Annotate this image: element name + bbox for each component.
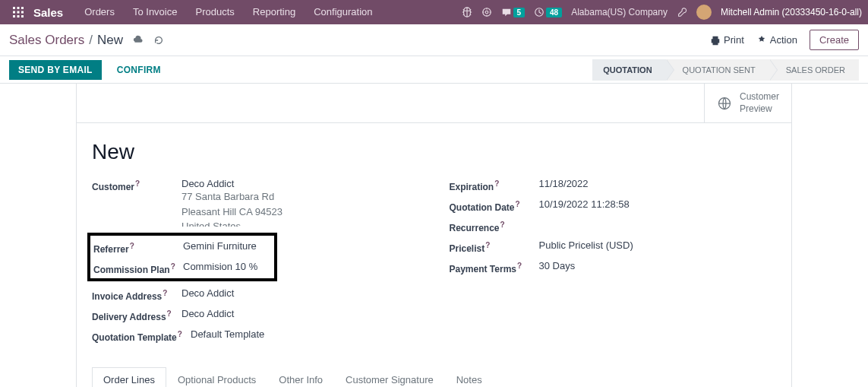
status-bar: SEND BY EMAIL CONFIRM QUOTATION QUOTATIO… xyxy=(0,56,868,84)
svg-point-10 xyxy=(485,11,488,14)
breadcrumb-sep: / xyxy=(89,33,93,48)
svg-rect-7 xyxy=(17,15,20,17)
invoice-address-field[interactable]: Deco Addict xyxy=(181,287,419,299)
globe-icon xyxy=(717,96,732,111)
create-button[interactable]: Create xyxy=(810,30,859,50)
tab-customer-signature[interactable]: Customer Signature xyxy=(334,367,445,387)
address-line: United States xyxy=(181,219,419,227)
svg-rect-4 xyxy=(17,11,20,14)
breadcrumb: Sales Orders / New xyxy=(9,33,166,48)
recurrence-label: Recurrence? xyxy=(450,219,539,233)
apps-icon[interactable] xyxy=(6,7,30,17)
top-navbar: Sales Orders To Invoice Products Reporti… xyxy=(0,0,868,24)
send-by-email-button[interactable]: SEND BY EMAIL xyxy=(9,60,102,80)
pricelist-label: Pricelist? xyxy=(450,239,539,254)
invoice-address-label: Invoice Address? xyxy=(92,287,181,302)
pricelist-field[interactable]: Public Pricelist (USD) xyxy=(539,239,777,251)
customer-label: Customer? xyxy=(92,178,181,192)
messages-badge: 5 xyxy=(513,8,526,17)
quotation-template-field[interactable]: Default Template xyxy=(191,328,419,340)
nav-configuration[interactable]: Configuration xyxy=(305,0,381,24)
tab-order-lines[interactable]: Order Lines xyxy=(92,367,166,387)
breadcrumb-current: New xyxy=(97,33,123,48)
print-button[interactable]: Print xyxy=(710,34,744,46)
highlight-overlay: Referrer? Gemini Furniture Commission Pl… xyxy=(87,233,277,281)
page-title: New xyxy=(92,140,776,164)
tools-icon[interactable] xyxy=(677,7,687,17)
commission-plan-field[interactable]: Commision 10 % xyxy=(183,261,271,272)
svg-rect-3 xyxy=(13,11,15,14)
app-brand[interactable]: Sales xyxy=(30,6,75,19)
confirm-button[interactable]: CONFIRM xyxy=(108,60,170,80)
action-label: Action xyxy=(770,34,797,46)
svg-rect-2 xyxy=(21,7,24,9)
messages-icon[interactable]: 5 xyxy=(501,7,526,17)
delivery-address-label: Delivery Address? xyxy=(92,308,181,322)
activities-badge: 48 xyxy=(546,8,562,17)
avatar[interactable] xyxy=(696,5,712,20)
tab-notes[interactable]: Notes xyxy=(445,367,494,387)
company-selector[interactable]: Alabama(US) Company xyxy=(571,7,668,17)
quotation-template-label: Quotation Template? xyxy=(92,328,191,343)
discard-icon[interactable] xyxy=(152,33,166,47)
address-line: 77 Santa Barbara Rd xyxy=(181,189,419,205)
support-icon[interactable] xyxy=(481,7,492,17)
expiration-field[interactable]: 11/18/2022 xyxy=(539,178,777,189)
form-sheet: Customer Preview New Customer? Deco Addi… xyxy=(76,83,792,387)
stage-quotation-sent[interactable]: QUOTATION SENT xyxy=(666,59,769,81)
stat-line1: Customer xyxy=(740,91,779,103)
svg-rect-6 xyxy=(13,15,15,17)
stage-quotation[interactable]: QUOTATION xyxy=(592,59,665,81)
svg-rect-0 xyxy=(13,7,15,9)
svg-rect-5 xyxy=(21,11,24,14)
referrer-field[interactable]: Gemini Furniture xyxy=(183,240,271,252)
payment-terms-label: Payment Terms? xyxy=(450,260,539,274)
stat-line2: Preview xyxy=(740,103,779,116)
commission-plan-label: Commission Plan? xyxy=(93,261,183,275)
expiration-label: Expiration? xyxy=(450,178,539,192)
form-tabs: Order Lines Optional Products Other Info… xyxy=(92,367,776,387)
debug-icon[interactable] xyxy=(462,7,472,17)
quotation-date-label: Quotation Date? xyxy=(450,198,539,213)
delivery-address-field[interactable]: Deco Addict xyxy=(181,308,419,319)
quotation-date-field[interactable]: 10/19/2022 11:28:58 xyxy=(539,198,777,210)
payment-terms-field[interactable]: 30 Days xyxy=(539,260,777,271)
svg-rect-8 xyxy=(21,15,24,17)
activities-icon[interactable]: 48 xyxy=(534,7,562,17)
address-line: Pleasant Hill CA 94523 xyxy=(181,205,419,220)
cloud-save-icon[interactable] xyxy=(131,33,144,47)
nav-to-invoice[interactable]: To Invoice xyxy=(124,0,187,24)
customer-field[interactable]: Deco Addict xyxy=(181,178,419,189)
nav-products[interactable]: Products xyxy=(186,0,243,24)
action-button[interactable]: Action xyxy=(756,34,797,46)
tab-other-info[interactable]: Other Info xyxy=(267,367,334,387)
svg-rect-1 xyxy=(17,7,20,9)
user-menu[interactable]: Mitchell Admin (20333450-16-0-all) xyxy=(721,7,862,17)
tab-optional-products[interactable]: Optional Products xyxy=(166,367,267,387)
control-bar: Sales Orders / New Print Action Create xyxy=(0,24,868,56)
nav-reporting[interactable]: Reporting xyxy=(244,0,305,24)
referrer-label: Referrer? xyxy=(93,240,183,255)
breadcrumb-root[interactable]: Sales Orders xyxy=(9,33,84,48)
stage-sales-order[interactable]: SALES ORDER xyxy=(769,59,859,81)
nav-orders[interactable]: Orders xyxy=(75,0,124,24)
stage-tracker: QUOTATION QUOTATION SENT SALES ORDER xyxy=(592,59,859,81)
form-area: Customer Preview New Customer? Deco Addi… xyxy=(0,83,868,387)
print-label: Print xyxy=(724,34,744,46)
customer-preview-button[interactable]: Customer Preview xyxy=(704,84,791,122)
